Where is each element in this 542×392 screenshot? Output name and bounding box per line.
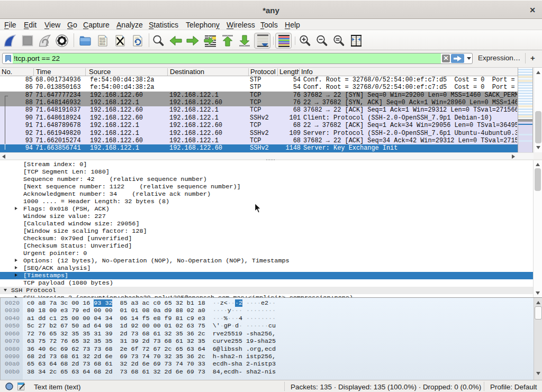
svg-text:101: 101 <box>135 37 139 39</box>
svg-text:0011: 0011 <box>100 43 105 45</box>
